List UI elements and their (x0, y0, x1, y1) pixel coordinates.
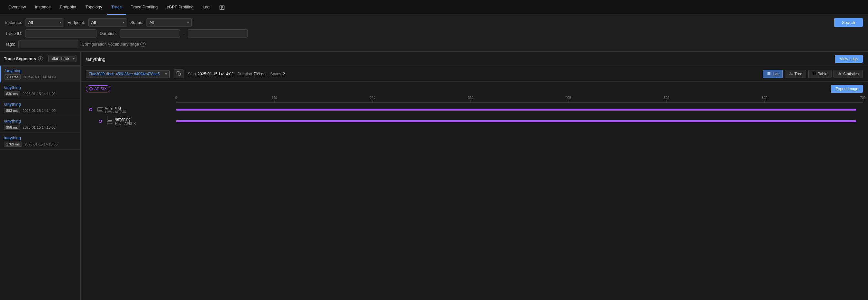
svg-line-12 (790, 74, 791, 74)
view-tab-tree[interactable]: Tree (785, 70, 806, 78)
export-button[interactable]: Export image (831, 85, 863, 93)
trace-item-meta: 883 ms 2025-01-15 14:14:00 (4, 108, 76, 113)
trace-item-name: /anything (4, 135, 76, 140)
duration-badge: 883 ms (4, 108, 20, 113)
span-sub: Http - APISIX (105, 110, 173, 114)
tree-icon (789, 72, 793, 76)
right-panel: /anything View Logs 7fac3089-dbcb-459f-8… (81, 52, 868, 300)
trace-list-item[interactable]: /anything 883 ms 2025-01-15 14:14:00 (0, 99, 80, 116)
span-bar-area (176, 119, 863, 123)
traceid-input[interactable] (26, 29, 96, 37)
panel-info-icon[interactable]: i (38, 56, 43, 61)
config-link: Configuration Vocabulary page ? (82, 42, 146, 47)
tags-label: Tags: (5, 42, 15, 47)
view-tab-table[interactable]: Table (808, 70, 832, 78)
trace-id-select[interactable]: 7fac3089-dbcb-459f-86cc-d4094e478ee5 (86, 70, 170, 78)
trace-id-wrapper: 7fac3089-dbcb-459f-86cc-d4094e478ee5 (86, 70, 170, 78)
ruler-label: 200 (370, 96, 375, 100)
span-dot-icon (89, 108, 92, 111)
instance-label: Instance: (5, 20, 22, 25)
ruler-label: 500 (664, 96, 669, 100)
ruler-label: 300 (468, 96, 474, 100)
trace-item-name: /anything (4, 68, 76, 73)
trace-controls: 7fac3089-dbcb-459f-86cc-d4094e478ee5 Sta… (81, 66, 868, 82)
view-tab-list[interactable]: List (763, 70, 783, 78)
instance-select-wrapper: All (26, 19, 64, 27)
list-icon (767, 72, 771, 76)
span-bar (176, 109, 856, 111)
copy-button[interactable] (174, 70, 184, 78)
nav-item-instance[interactable]: Instance (30, 0, 55, 15)
view-logs-button[interactable]: View Logs (835, 55, 863, 63)
span-name-block: /anything Http - APISIX (115, 117, 173, 126)
connector-line (107, 116, 107, 125)
nav-item-trace-profiling[interactable]: Trace Profiling (126, 0, 162, 15)
trace-time: 2025-01-15 14:14:00 (23, 109, 56, 112)
ruler-label: 400 (566, 96, 571, 100)
docs-icon[interactable] (217, 2, 227, 12)
nav-item-endpoint[interactable]: Endpoint (55, 0, 81, 15)
nav-item-log[interactable]: Log (198, 0, 214, 15)
right-header: /anything View Logs (81, 52, 868, 66)
trace-time: 2025-01-15 14:13:58 (23, 126, 56, 129)
table-icon (812, 72, 816, 76)
spans-meta: Spans 2 (270, 72, 285, 76)
view-tab-statistics[interactable]: Statistics (834, 70, 863, 78)
trace-item-meta: 630 ms 2025-01-15 14:14:02 (4, 91, 76, 96)
trace-item-meta: 709 ms 2025-01-15 14:14:03 (4, 74, 76, 80)
search-button[interactable]: Search (834, 18, 863, 27)
ruler-label: 100 (272, 96, 277, 100)
endpoint-select[interactable]: All (88, 19, 127, 27)
timeline-area: 0100200300400500600700 /anything Http - … (81, 96, 868, 300)
trace-list-item[interactable]: /anything 958 ms 2025-01-15 14:13:58 (0, 116, 80, 133)
duration-badge: 709 ms (4, 74, 21, 80)
endpoint-label: Endpoint: (67, 20, 85, 25)
spans-container: /anything Http - APISIX /anything Http -… (86, 104, 863, 127)
duration-badge: 630 ms (4, 91, 20, 96)
apisix-tag[interactable]: APISIX (86, 85, 111, 92)
view-tab-label: Tree (795, 72, 802, 76)
left-panel: Trace Segments i Start Time Duration /an… (0, 52, 81, 300)
view-tabs: ListTreeTableStatistics (763, 70, 863, 78)
endpoint-select-wrapper: All (88, 19, 127, 27)
ruler-label: 700 (860, 96, 866, 100)
duration-meta: Duration 709 ms (238, 72, 267, 76)
span-info: /anything Http - APISIX (86, 117, 176, 126)
trace-filter-row: APISIX Export image (81, 82, 868, 96)
span-sub: Http - APISIX (115, 121, 173, 126)
svg-rect-14 (813, 72, 816, 75)
right-title: /anything (86, 56, 105, 62)
connector-horiz (107, 121, 111, 122)
status-select[interactable]: All (147, 19, 192, 27)
span-row[interactable]: /anything Http - APISIX (86, 115, 863, 127)
duration-max-input[interactable] (188, 29, 248, 37)
trace-list-item[interactable]: /anything 709 ms 2025-01-15 14:14:03 (0, 65, 80, 82)
start-meta: Start 2025-01-15 14:14:03 (188, 72, 234, 76)
span-row[interactable]: /anything Http - APISIX (86, 104, 863, 115)
span-info: /anything Http - APISIX (86, 105, 176, 114)
traceid-label: Trace ID: (5, 31, 22, 36)
trace-list-item[interactable]: /anything 1769 ms 2025-01-15 14:13:56 (0, 133, 80, 150)
apisix-circle-icon (89, 87, 93, 90)
trace-list-item[interactable]: /anything 630 ms 2025-01-15 14:14:02 (0, 82, 80, 99)
span-dot-icon (99, 119, 102, 123)
trace-item-meta: 958 ms 2025-01-15 14:13:58 (4, 125, 76, 130)
nav-item-overview[interactable]: Overview (4, 0, 30, 15)
nav-item-topology[interactable]: Topology (81, 0, 107, 15)
ruler-line (176, 103, 863, 103)
nav-item-trace[interactable]: Trace (107, 0, 126, 15)
ruler-track: 0100200300400500600700 (176, 96, 863, 103)
trace-time: 2025-01-15 14:14:03 (23, 75, 56, 79)
status-label: Status: (130, 20, 143, 25)
help-icon[interactable]: ? (141, 42, 146, 47)
ruler-label: 0 (175, 96, 177, 100)
duration-min-input[interactable] (120, 29, 180, 37)
tags-input[interactable] (19, 40, 79, 48)
nav-item-ebpf-profiling[interactable]: eBPF Profiling (162, 0, 198, 15)
sort-select[interactable]: Start Time Duration (49, 55, 76, 62)
view-tab-label: Table (818, 72, 827, 76)
svg-point-10 (792, 74, 793, 75)
ruler-label: 600 (762, 96, 767, 100)
view-tab-label: List (773, 72, 779, 76)
instance-select[interactable]: All (26, 19, 64, 27)
